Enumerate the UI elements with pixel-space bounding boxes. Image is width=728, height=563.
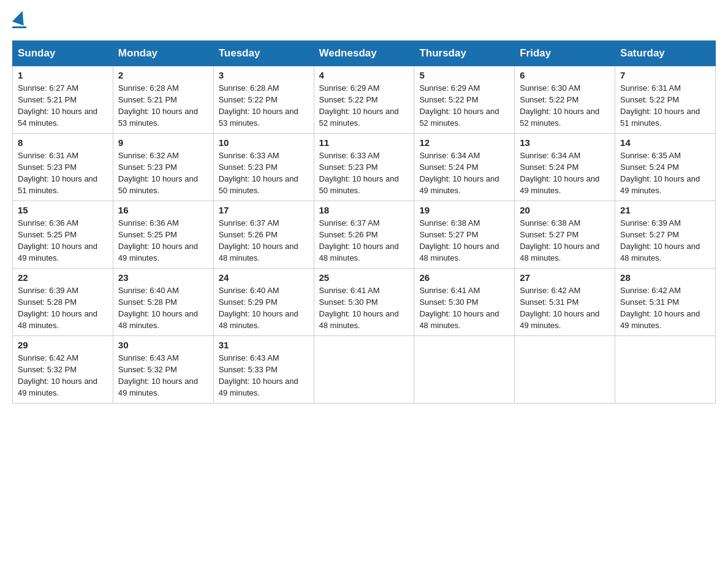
daylight-label: Daylight: 10 hours and 49 minutes. — [118, 242, 198, 262]
sunrise-label: Sunrise: 6:41 AM — [319, 286, 380, 295]
day-info: Sunrise: 6:29 AM Sunset: 5:22 PM Dayligh… — [319, 83, 409, 129]
calendar-cell: 22 Sunrise: 6:39 AM Sunset: 5:28 PM Dayl… — [13, 269, 113, 336]
day-number: 9 — [118, 137, 208, 148]
calendar-cell: 1 Sunrise: 6:27 AM Sunset: 5:21 PM Dayli… — [13, 66, 113, 134]
week-row-3: 15 Sunrise: 6:36 AM Sunset: 5:25 PM Dayl… — [13, 201, 716, 269]
daylight-label: Daylight: 10 hours and 49 minutes. — [118, 377, 198, 397]
sunset-label: Sunset: 5:23 PM — [18, 163, 77, 172]
weekday-header-sunday: Sunday — [13, 41, 113, 66]
sunset-label: Sunset: 5:32 PM — [18, 365, 77, 374]
daylight-label: Daylight: 10 hours and 49 minutes. — [419, 174, 499, 195]
day-info: Sunrise: 6:37 AM Sunset: 5:26 PM Dayligh… — [219, 218, 309, 264]
daylight-label: Daylight: 10 hours and 52 minutes. — [419, 107, 499, 128]
day-info: Sunrise: 6:31 AM Sunset: 5:23 PM Dayligh… — [18, 150, 108, 196]
day-info: Sunrise: 6:29 AM Sunset: 5:22 PM Dayligh… — [419, 83, 509, 129]
day-number: 19 — [419, 205, 509, 215]
calendar-cell: 11 Sunrise: 6:33 AM Sunset: 5:23 PM Dayl… — [314, 134, 414, 201]
sunrise-label: Sunrise: 6:31 AM — [620, 83, 681, 93]
day-number: 28 — [620, 272, 710, 283]
daylight-label: Daylight: 10 hours and 53 minutes. — [118, 107, 198, 128]
sunset-label: Sunset: 5:21 PM — [18, 95, 77, 104]
day-info: Sunrise: 6:30 AM Sunset: 5:22 PM Dayligh… — [520, 83, 610, 129]
sunrise-label: Sunrise: 6:27 AM — [18, 83, 78, 93]
calendar-cell: 2 Sunrise: 6:28 AM Sunset: 5:21 PM Dayli… — [113, 66, 213, 134]
daylight-label: Daylight: 10 hours and 49 minutes. — [620, 309, 700, 330]
sunset-label: Sunset: 5:26 PM — [319, 230, 378, 239]
sunset-label: Sunset: 5:23 PM — [319, 163, 378, 172]
sunrise-label: Sunrise: 6:34 AM — [520, 151, 580, 160]
day-number: 2 — [118, 70, 208, 80]
sunrise-label: Sunrise: 6:32 AM — [118, 151, 179, 160]
day-info: Sunrise: 6:38 AM Sunset: 5:27 PM Dayligh… — [419, 218, 509, 264]
day-number: 16 — [118, 205, 208, 215]
day-info: Sunrise: 6:40 AM Sunset: 5:29 PM Dayligh… — [219, 285, 309, 331]
day-info: Sunrise: 6:28 AM Sunset: 5:21 PM Dayligh… — [118, 83, 208, 129]
day-number: 30 — [118, 340, 208, 350]
calendar-cell — [515, 336, 615, 404]
sunrise-label: Sunrise: 6:35 AM — [620, 151, 681, 160]
day-number: 6 — [520, 70, 610, 80]
sunset-label: Sunset: 5:24 PM — [620, 163, 679, 172]
sunrise-label: Sunrise: 6:34 AM — [419, 151, 480, 160]
day-number: 25 — [319, 272, 409, 283]
day-info: Sunrise: 6:41 AM Sunset: 5:30 PM Dayligh… — [319, 285, 409, 331]
day-number: 17 — [219, 205, 309, 215]
day-info: Sunrise: 6:43 AM Sunset: 5:33 PM Dayligh… — [219, 353, 309, 399]
daylight-label: Daylight: 10 hours and 48 minutes. — [219, 309, 298, 330]
sunrise-label: Sunrise: 6:39 AM — [620, 218, 681, 228]
sunset-label: Sunset: 5:27 PM — [520, 230, 578, 239]
sunrise-label: Sunrise: 6:33 AM — [219, 151, 279, 160]
calendar-cell — [414, 336, 515, 404]
weekday-header-friday: Friday — [515, 41, 615, 66]
day-number: 13 — [520, 137, 610, 148]
day-info: Sunrise: 6:36 AM Sunset: 5:25 PM Dayligh… — [18, 218, 108, 264]
day-number: 29 — [18, 340, 108, 350]
day-info: Sunrise: 6:40 AM Sunset: 5:28 PM Dayligh… — [118, 285, 208, 331]
calendar-cell: 8 Sunrise: 6:31 AM Sunset: 5:23 PM Dayli… — [13, 134, 113, 201]
calendar-table: SundayMondayTuesdayWednesdayThursdayFrid… — [12, 40, 716, 404]
calendar-cell: 6 Sunrise: 6:30 AM Sunset: 5:22 PM Dayli… — [515, 66, 615, 134]
sunset-label: Sunset: 5:30 PM — [319, 297, 378, 307]
day-info: Sunrise: 6:41 AM Sunset: 5:30 PM Dayligh… — [419, 285, 509, 331]
sunset-label: Sunset: 5:24 PM — [419, 163, 478, 172]
logo-underline — [12, 26, 26, 28]
day-info: Sunrise: 6:39 AM Sunset: 5:27 PM Dayligh… — [620, 218, 710, 264]
day-info: Sunrise: 6:42 AM Sunset: 5:31 PM Dayligh… — [620, 285, 710, 331]
sunrise-label: Sunrise: 6:42 AM — [18, 353, 78, 362]
sunset-label: Sunset: 5:33 PM — [219, 365, 278, 374]
day-number: 10 — [219, 137, 309, 148]
sunrise-label: Sunrise: 6:41 AM — [419, 286, 480, 295]
sunrise-label: Sunrise: 6:37 AM — [219, 218, 279, 228]
sunrise-label: Sunrise: 6:38 AM — [520, 218, 580, 228]
page-header — [12, 12, 716, 28]
sunset-label: Sunset: 5:22 PM — [620, 95, 679, 104]
sunset-label: Sunset: 5:31 PM — [620, 297, 679, 307]
week-row-2: 8 Sunrise: 6:31 AM Sunset: 5:23 PM Dayli… — [13, 134, 716, 201]
sunset-label: Sunset: 5:25 PM — [18, 230, 77, 239]
sunset-label: Sunset: 5:28 PM — [118, 297, 177, 307]
weekday-header-tuesday: Tuesday — [213, 41, 314, 66]
daylight-label: Daylight: 10 hours and 51 minutes. — [620, 107, 700, 128]
weekday-header-row: SundayMondayTuesdayWednesdayThursdayFrid… — [13, 41, 716, 66]
day-number: 22 — [18, 272, 108, 283]
sunset-label: Sunset: 5:30 PM — [419, 297, 478, 307]
week-row-5: 29 Sunrise: 6:42 AM Sunset: 5:32 PM Dayl… — [13, 336, 716, 404]
sunrise-label: Sunrise: 6:43 AM — [219, 353, 279, 362]
day-number: 14 — [620, 137, 710, 148]
day-info: Sunrise: 6:42 AM Sunset: 5:31 PM Dayligh… — [520, 285, 610, 331]
calendar-cell: 24 Sunrise: 6:40 AM Sunset: 5:29 PM Dayl… — [213, 269, 314, 336]
calendar-cell: 27 Sunrise: 6:42 AM Sunset: 5:31 PM Dayl… — [515, 269, 615, 336]
day-number: 18 — [319, 205, 409, 215]
sunrise-label: Sunrise: 6:33 AM — [319, 151, 380, 160]
calendar-cell: 4 Sunrise: 6:29 AM Sunset: 5:22 PM Dayli… — [314, 66, 414, 134]
daylight-label: Daylight: 10 hours and 48 minutes. — [520, 242, 599, 262]
day-info: Sunrise: 6:33 AM Sunset: 5:23 PM Dayligh… — [219, 150, 309, 196]
day-info: Sunrise: 6:34 AM Sunset: 5:24 PM Dayligh… — [419, 150, 509, 196]
sunset-label: Sunset: 5:22 PM — [419, 95, 478, 104]
day-info: Sunrise: 6:27 AM Sunset: 5:21 PM Dayligh… — [18, 83, 108, 129]
day-number: 26 — [419, 272, 509, 283]
calendar-cell — [314, 336, 414, 404]
sunset-label: Sunset: 5:22 PM — [520, 95, 578, 104]
sunrise-label: Sunrise: 6:29 AM — [419, 83, 480, 93]
day-number: 11 — [319, 137, 409, 148]
